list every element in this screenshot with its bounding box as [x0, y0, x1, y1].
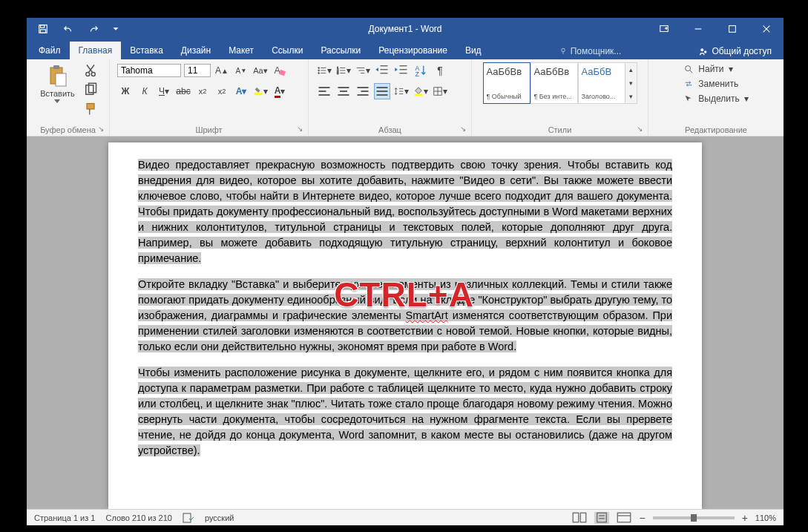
dialog-launcher-icon[interactable]: ↘	[297, 125, 306, 134]
redo-icon[interactable]	[88, 23, 99, 35]
decrease-indent-icon[interactable]	[374, 62, 390, 79]
highlight-icon[interactable]: ▾	[252, 83, 269, 99]
font-color-icon[interactable]: A▾	[272, 83, 288, 99]
group-label: Абзац	[316, 124, 464, 134]
shading-icon[interactable]: ▾	[413, 83, 429, 99]
share-label: Общий доступ	[712, 46, 772, 56]
dialog-launcher-icon[interactable]: ↘	[98, 125, 107, 134]
align-center-icon[interactable]	[335, 83, 352, 99]
svg-point-26	[318, 73, 320, 74]
read-mode-icon[interactable]	[572, 512, 587, 524]
copy-icon[interactable]	[82, 82, 99, 98]
numbering-icon[interactable]: 123▾	[335, 62, 352, 79]
svg-rect-18	[87, 104, 94, 110]
web-layout-icon[interactable]	[617, 512, 631, 524]
page-indicator[interactable]: Страница 1 из 1	[34, 513, 95, 522]
group-font: A▲ A▼ Aa▾ A Ж К Ч▾ abc x2 x2 A▾ ▾ A▾ Шри	[110, 59, 309, 136]
grow-font-icon[interactable]: A▲	[214, 62, 230, 79]
svg-point-15	[91, 73, 95, 76]
close-button[interactable]	[749, 18, 784, 40]
tab-layout[interactable]: Макет	[220, 42, 263, 59]
tell-me-input[interactable]: Помощник...	[559, 46, 622, 56]
minimize-button[interactable]	[681, 18, 715, 40]
dialog-launcher-icon[interactable]: ↘	[460, 125, 469, 134]
style-no-spacing[interactable]: АаБбВв ¶ Без инте...	[531, 62, 578, 104]
zoom-slider[interactable]	[653, 516, 735, 519]
tab-home[interactable]: Главная	[70, 42, 122, 59]
tab-review[interactable]: Рецензирование	[369, 42, 456, 59]
bold-button[interactable]: Ж	[117, 83, 134, 99]
strikethrough-button[interactable]: abc	[175, 83, 191, 99]
multilevel-list-icon[interactable]: ▾	[355, 62, 371, 79]
style-heading1[interactable]: АаБбВ Заголово...	[578, 62, 625, 104]
frame-corner	[791, 515, 804, 528]
statusbar: Страница 1 из 1 Слово 210 из 210 русский…	[27, 509, 784, 525]
borders-icon[interactable]: ▾	[432, 83, 448, 99]
justify-icon[interactable]	[374, 83, 390, 99]
qat-customize-icon[interactable]	[113, 23, 119, 35]
font-name-input[interactable]	[117, 64, 181, 77]
text-effects-icon[interactable]: A▾	[233, 83, 249, 99]
group-label: Редактирование	[656, 124, 776, 134]
word-count[interactable]: Слово 210 из 210	[105, 513, 172, 522]
tab-design[interactable]: Дизайн	[172, 42, 220, 59]
paragraph-text: Откройте вкладку "Вставка" и выберите ну…	[138, 278, 672, 352]
dialog-launcher-icon[interactable]: ↘	[637, 125, 646, 134]
underline-button[interactable]: Ч▾	[156, 83, 172, 99]
bullets-icon[interactable]: ▾	[316, 62, 332, 79]
svg-rect-66	[183, 513, 191, 522]
zoom-in-button[interactable]: +	[742, 512, 748, 524]
zoom-level[interactable]: 110%	[755, 513, 776, 522]
font-size-input[interactable]	[184, 64, 211, 77]
tab-insert[interactable]: Вставка	[121, 42, 172, 59]
document-area[interactable]: Видео предоставляет прекрасную возможнос…	[27, 137, 784, 509]
svg-point-9	[701, 48, 704, 51]
increase-indent-icon[interactable]	[393, 62, 410, 79]
share-button[interactable]: Общий доступ	[692, 43, 778, 59]
language-indicator[interactable]: русский	[205, 513, 234, 522]
paste-button[interactable]: Вставить	[37, 62, 78, 105]
show-marks-icon[interactable]: ¶	[432, 62, 448, 79]
shrink-font-icon[interactable]: A▼	[233, 62, 249, 79]
zoom-out-button[interactable]: −	[639, 512, 645, 524]
svg-point-10	[704, 50, 707, 53]
clear-formatting-icon[interactable]: A	[272, 62, 288, 79]
group-label: Буфер обмена	[34, 124, 102, 134]
print-layout-icon[interactable]	[594, 512, 609, 524]
sort-icon[interactable]: AZ	[413, 62, 429, 79]
select-button[interactable]: Выделить ▾	[680, 92, 751, 105]
tab-mailings[interactable]: Рассылки	[312, 42, 369, 59]
style-normal[interactable]: АаБбВв ¶ Обычный	[483, 62, 531, 104]
align-left-icon[interactable]	[316, 83, 332, 99]
format-painter-icon[interactable]	[82, 101, 99, 117]
superscript-icon[interactable]: x2	[214, 83, 230, 99]
document-page[interactable]: Видео предоставляет прекрасную возможнос…	[108, 142, 702, 509]
find-button[interactable]: Найти ▾	[680, 62, 751, 76]
svg-rect-68	[581, 513, 587, 522]
undo-icon[interactable]	[62, 23, 74, 35]
save-icon[interactable]	[37, 23, 49, 35]
group-paragraph: ▾ 123▾ ▾ AZ ¶ ▾ ▾ ▾ Абза	[309, 59, 472, 136]
paragraph-text: Видео предоставляет прекрасную возможнос…	[138, 159, 672, 264]
tab-file[interactable]: Файл	[30, 42, 70, 59]
group-label: Шрифт	[117, 124, 300, 134]
tab-references[interactable]: Ссылки	[263, 42, 312, 59]
spellcheck-icon[interactable]	[183, 513, 194, 523]
change-case-icon[interactable]: Aa▾	[252, 62, 269, 79]
italic-button[interactable]: К	[137, 83, 153, 99]
group-clipboard: Вставить Буфер обмена ↘	[27, 59, 110, 136]
tab-view[interactable]: Вид	[456, 42, 490, 59]
svg-rect-21	[254, 93, 263, 96]
maximize-button[interactable]	[715, 18, 749, 40]
line-spacing-icon[interactable]: ▾	[393, 83, 410, 99]
svg-point-22	[318, 68, 320, 69]
ribbon-display-options-icon[interactable]	[647, 18, 681, 40]
cut-icon[interactable]	[82, 62, 99, 79]
align-right-icon[interactable]	[355, 83, 371, 99]
svg-text:3: 3	[337, 71, 339, 75]
group-label: Стили	[479, 124, 640, 134]
replace-button[interactable]: Заменить	[680, 77, 751, 91]
styles-gallery-more[interactable]: ▴▾▾	[625, 62, 637, 104]
frame-corner	[791, 4, 804, 17]
subscript-icon[interactable]: x2	[194, 83, 211, 99]
